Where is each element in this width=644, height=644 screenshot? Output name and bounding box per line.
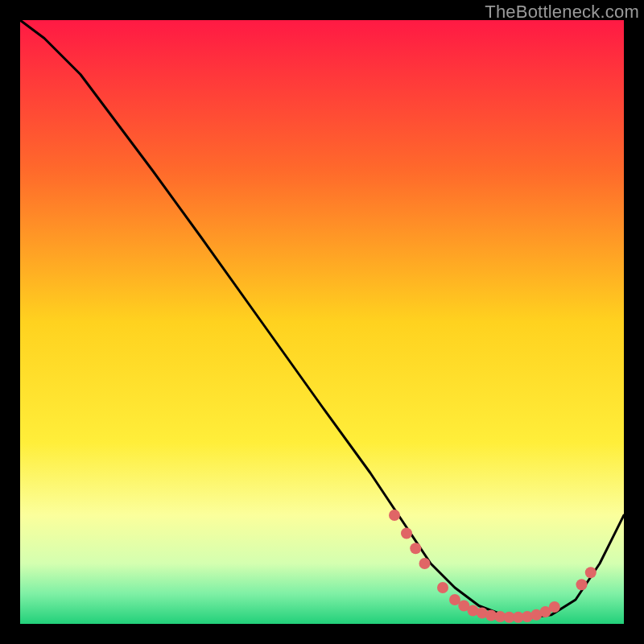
chart-plot-area [20, 20, 624, 624]
curve-marker [585, 567, 597, 578]
chart-svg [20, 20, 624, 624]
chart-background [20, 20, 624, 624]
curve-marker [549, 601, 560, 613]
curve-marker [437, 582, 448, 593]
curve-marker [576, 579, 588, 590]
chart-stage: TheBottleneck.com [0, 0, 644, 644]
curve-marker [401, 528, 412, 539]
curve-marker [419, 558, 431, 569]
watermark-label: TheBottleneck.com [485, 2, 639, 23]
curve-marker [410, 543, 421, 554]
curve-marker [389, 510, 400, 521]
